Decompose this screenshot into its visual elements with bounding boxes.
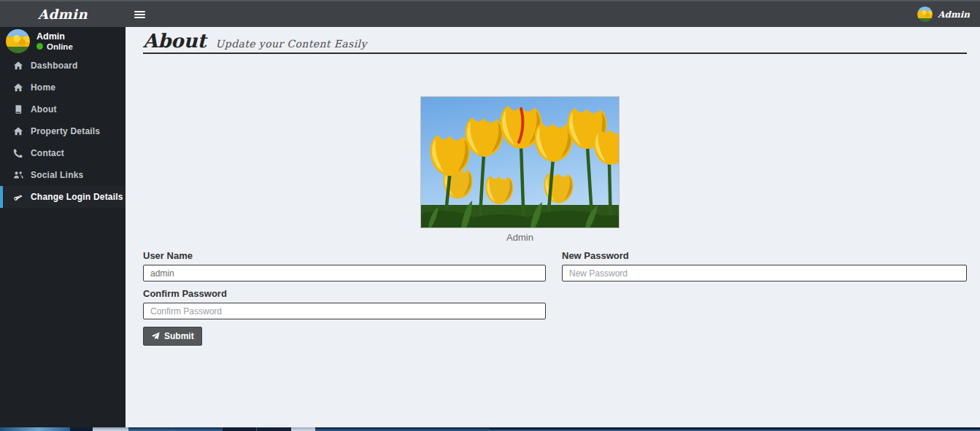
submit-button-label: Submit — [164, 331, 194, 341]
phone-icon — [13, 148, 23, 158]
confirm-password-label: Confirm Password — [143, 288, 546, 299]
taskbar-segment — [70, 427, 93, 431]
sidebar-item-contact[interactable]: Contact — [0, 142, 126, 164]
confirm-password-input[interactable] — [143, 303, 546, 319]
key-icon — [13, 192, 23, 202]
sidebar-item-property-details[interactable]: Property Details — [0, 120, 126, 142]
taskbar-button[interactable] — [256, 427, 291, 431]
new-password-label: New Password — [562, 250, 967, 261]
username-label: User Name — [143, 250, 546, 261]
brand-logo[interactable]: Admin — [38, 7, 88, 22]
tulips-photo — [420, 96, 620, 228]
sidebar-item-home[interactable]: Home — [0, 77, 126, 98]
online-status-label: Online — [47, 42, 73, 51]
sidebar-item-social-links[interactable]: Social Links — [0, 164, 126, 186]
taskbar-button[interactable] — [93, 427, 128, 431]
home-icon — [13, 61, 23, 71]
taskbar-button[interactable] — [222, 427, 256, 431]
taskbar-button[interactable] — [175, 427, 222, 431]
sidebar-user-panel: Admin Online — [0, 27, 126, 55]
sidebar-item-label: Dashboard — [31, 61, 77, 71]
home-icon — [13, 126, 23, 136]
home-icon — [13, 82, 23, 93]
sidebar-item-label: Home — [31, 82, 55, 93]
change-login-form: User Name New Password Confirm Password — [143, 250, 967, 346]
user-avatar — [917, 7, 933, 22]
page-subtitle: Update your Content Easily — [216, 38, 367, 50]
top-navbar: Admin Admin — [0, 0, 980, 27]
brand-area: Admin — [0, 1, 126, 27]
content-header: About Update your Content Easily — [143, 27, 967, 54]
admin-page: Admin Admin Admin Online — [0, 0, 980, 431]
new-password-input[interactable] — [562, 265, 967, 281]
taskbar-strip — [0, 427, 980, 431]
sidebar-item-label: Social Links — [31, 170, 83, 180]
book-icon — [13, 104, 23, 114]
sidebar-user-status: Online — [36, 42, 73, 51]
online-status-icon — [36, 43, 43, 50]
taskbar-button[interactable] — [291, 427, 315, 431]
sidebar-menu: Dashboard Home About Property Details Co… — [0, 55, 126, 208]
menu-icon — [134, 17, 145, 18]
menu-icon — [134, 14, 145, 15]
avatar — [6, 29, 30, 53]
image-caption: Admin — [420, 232, 620, 243]
page-title: About — [143, 31, 207, 50]
sidebar-toggle-button[interactable] — [126, 1, 153, 27]
sidebar-item-label: Contact — [31, 148, 64, 158]
paper-plane-icon — [151, 332, 160, 341]
username-input[interactable] — [143, 265, 546, 281]
sidebar-item-label: Change Login Details — [31, 192, 123, 202]
sidebar-item-label: Property Details — [31, 126, 100, 136]
sidebar: Admin Online Dashboard Home — [0, 27, 126, 427]
users-icon — [13, 170, 23, 180]
user-menu-button[interactable]: Admin — [917, 1, 970, 27]
sidebar-user-name: Admin — [36, 31, 73, 42]
taskbar-segment — [315, 427, 490, 431]
menu-icon — [134, 11, 145, 12]
sidebar-item-label: About — [31, 104, 57, 114]
submit-button[interactable]: Submit — [143, 327, 202, 346]
taskbar-segment — [490, 427, 980, 431]
about-image-block: Admin — [420, 96, 620, 243]
taskbar-button[interactable] — [128, 427, 175, 431]
sidebar-item-change-login-details[interactable]: Change Login Details — [0, 186, 126, 208]
user-menu-label: Admin — [938, 9, 970, 20]
taskbar-start-area[interactable] — [0, 427, 70, 431]
sidebar-item-about[interactable]: About — [0, 98, 126, 120]
sidebar-item-dashboard[interactable]: Dashboard — [0, 55, 126, 77]
main-content: About Update your Content Easily — [126, 27, 980, 427]
